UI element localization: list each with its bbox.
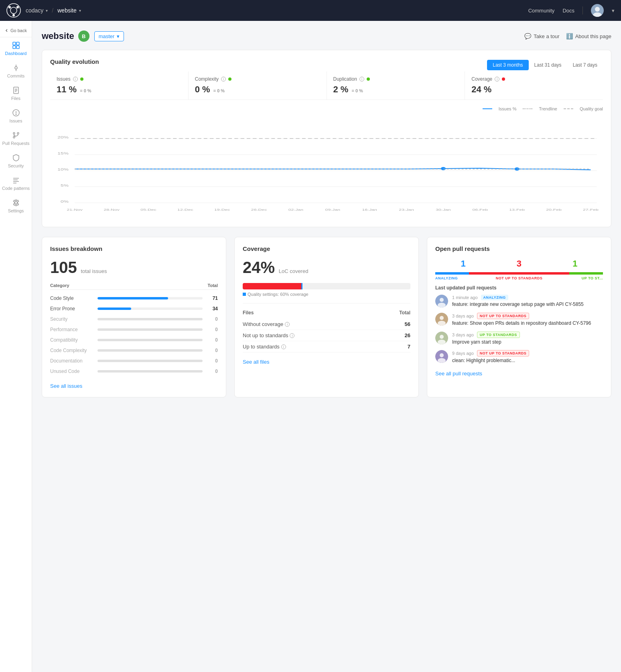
issues-change: = 0 %: [80, 88, 91, 93]
org-chevron-icon[interactable]: ▾: [46, 8, 48, 13]
sidebar-item-dashboard[interactable]: Dashboard: [0, 37, 32, 60]
svg-point-2: [8, 6, 11, 8]
metric-coverage: Coverage i 24 %: [465, 71, 603, 100]
coverage-bar: [243, 283, 410, 289]
qe-title: Quality evolution: [50, 58, 99, 65]
complexity-dot: [228, 77, 231, 81]
topnav-org[interactable]: codacy: [26, 7, 43, 14]
sidebar-label-pull-requests: Pull Requests: [2, 141, 30, 146]
coverage-bar-marker: [301, 283, 302, 289]
legend-issues-label: Issues %: [499, 106, 517, 111]
page-header: website B master ▾ 💬 Take a tour ℹ️ Abou…: [42, 31, 611, 42]
svg-point-6: [595, 7, 600, 12]
pr-time-1: 1 minute ago: [452, 295, 478, 300]
bottom-grid: Issues breakdown 105 total issues Catego…: [42, 237, 611, 397]
qe-header: Quality evolution Last 3 months Last 31 …: [50, 58, 603, 71]
legend-dashed-icon: [564, 108, 573, 109]
time-filter-3months[interactable]: Last 3 months: [487, 60, 528, 70]
pr-label-analyzing: ANALYZING: [435, 276, 463, 280]
complexity-info-icon[interactable]: i: [221, 77, 226, 81]
coverage-hint: Quality settings: 60% coverage: [243, 292, 410, 297]
page-title: website: [42, 31, 74, 41]
not-up-info-icon[interactable]: i: [290, 333, 294, 338]
pr-bar-labels: ANALYZING NOT UP TO STANDARDS UP TO ST..…: [435, 276, 603, 280]
issues-bar-security: [97, 318, 203, 320]
svg-text:5%: 5%: [61, 183, 69, 187]
time-filter-7days[interactable]: Last 7 days: [567, 60, 603, 70]
branch-name: master: [99, 33, 115, 39]
duplication-info-icon[interactable]: i: [359, 77, 364, 81]
repo-badge: B: [78, 31, 89, 42]
sidebar-item-settings[interactable]: Settings: [0, 195, 32, 217]
coverage-row-without: Without coverage i 56: [243, 319, 410, 330]
issues-value: 11 %: [57, 84, 77, 95]
svg-text:06-Feb: 06-Feb: [472, 208, 488, 212]
pr-label-not-up: NOT UP TO STANDARDS: [463, 276, 575, 280]
issues-info-icon[interactable]: i: [73, 77, 78, 81]
avatar-chevron-icon[interactable]: ▾: [612, 8, 615, 14]
metric-complexity: Complexity i 0 % = 0 %: [189, 71, 327, 100]
svg-point-24: [17, 132, 19, 134]
svg-rect-9: [16, 42, 19, 45]
pr-bar-green: [569, 272, 603, 275]
repo-chevron-icon[interactable]: ▾: [79, 8, 81, 13]
svg-text:26-Dec: 26-Dec: [251, 208, 267, 212]
sidebar-item-issues[interactable]: Issues: [0, 105, 32, 127]
duplication-value: 2 %: [333, 84, 349, 95]
take-tour-link[interactable]: 💬 Take a tour: [524, 33, 559, 39]
coverage-title: Coverage: [243, 245, 410, 252]
logo[interactable]: [6, 3, 21, 18]
sidebar-item-files[interactable]: Files: [0, 82, 32, 105]
legend-quality-goal-label: Quality goal: [580, 106, 603, 111]
svg-text:28-Nov: 28-Nov: [104, 208, 120, 212]
pr-stat-up-to: 1: [547, 259, 603, 269]
go-back-button[interactable]: Go back: [0, 24, 32, 37]
svg-point-30: [15, 202, 17, 204]
sidebar-item-pull-requests[interactable]: Pull Requests: [0, 127, 32, 150]
docs-link[interactable]: Docs: [562, 8, 574, 14]
see-all-issues-link[interactable]: See all issues: [50, 383, 218, 389]
svg-text:09-Jan: 09-Jan: [325, 208, 341, 212]
pr-title-3: Improve yarn start step: [452, 339, 603, 346]
chart-svg: 0% 5% 10% 15% 20%: [50, 114, 603, 219]
avatar[interactable]: [591, 4, 604, 17]
pr-title-2: feature: Show open PRs details in reposi…: [452, 320, 603, 327]
issues-dot: [80, 77, 83, 81]
info-icon: ℹ️: [566, 33, 573, 39]
svg-text:27-Feb: 27-Feb: [583, 208, 599, 212]
legend-dotted-icon: [523, 108, 532, 109]
pr-avatar-2: [435, 313, 448, 326]
pull-requests-card: Open pull requests 1 3 1 ANALYZING NOT U…: [427, 237, 611, 397]
svg-text:02-Jan: 02-Jan: [288, 208, 304, 212]
coverage-divider: [243, 303, 410, 303]
svg-point-66: [440, 335, 444, 339]
topnav-repo[interactable]: website: [57, 7, 76, 14]
topnav-divider: [582, 6, 583, 14]
branch-selector[interactable]: master ▾: [94, 31, 124, 41]
coverage-info-icon[interactable]: i: [495, 77, 499, 81]
sidebar-item-commits[interactable]: Commits: [0, 60, 32, 82]
community-link[interactable]: Community: [528, 8, 555, 14]
svg-text:16-Jan: 16-Jan: [362, 208, 377, 212]
without-coverage-info-icon[interactable]: i: [285, 322, 290, 327]
svg-text:15%: 15%: [57, 151, 69, 155]
topnav: codacy ▾ / website ▾ Community Docs ▾: [0, 0, 621, 21]
time-filter-31days[interactable]: Last 31 days: [529, 60, 567, 70]
issues-row-performance: Performance 0: [50, 324, 218, 335]
sidebar-item-security[interactable]: Security: [0, 150, 32, 172]
issues-total: 105: [50, 259, 77, 276]
pr-time-4: 9 days ago: [452, 351, 474, 356]
svg-point-64: [438, 321, 446, 326]
coverage-pct: 24%: [243, 259, 275, 276]
metrics-row: Issues i 11 % = 0 % Complexity i: [50, 71, 603, 100]
about-page-link[interactable]: ℹ️ About this page: [566, 33, 611, 39]
see-all-prs-link[interactable]: See all pull requests: [435, 371, 603, 377]
sidebar-item-code-patterns[interactable]: Code patterns: [0, 172, 32, 195]
up-to-info-icon[interactable]: i: [281, 344, 286, 349]
issues-breakdown-card: Issues breakdown 105 total issues Catego…: [42, 237, 226, 397]
svg-text:10%: 10%: [57, 167, 69, 171]
pr-stat-analyzing: 1: [435, 259, 491, 269]
see-all-files-link[interactable]: See all files: [243, 359, 410, 365]
pr-time-3: 3 days ago: [452, 332, 474, 337]
issues-table: Category Total Code Style 71 Error Prone: [50, 281, 218, 377]
